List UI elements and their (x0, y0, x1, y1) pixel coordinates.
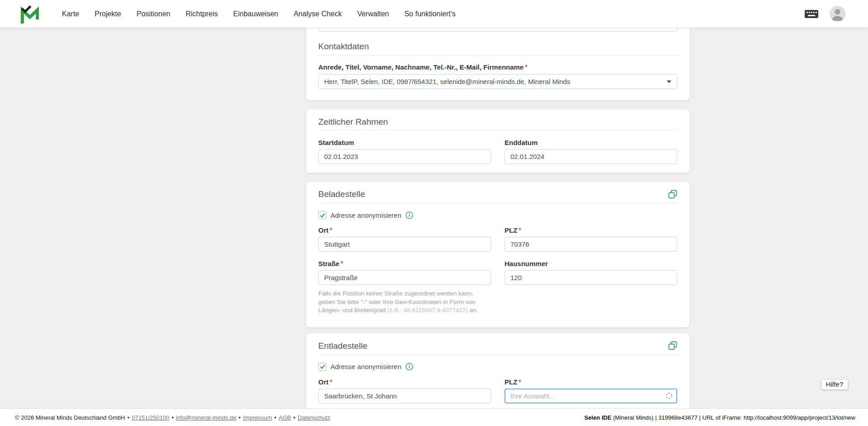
footer: © 2026 Mineral Minds Deutschland GmbH • … (0, 408, 868, 426)
checkmark-icon (320, 212, 326, 218)
section-title-entladestelle: Entladestelle (318, 341, 368, 351)
plz-autocomplete-input[interactable] (505, 389, 677, 403)
main-nav: Karte Projekte Positionen Richtpreis Ein… (62, 10, 456, 18)
anonymize-row: Adresse anonymisieren (318, 211, 677, 219)
anonymize-checkbox[interactable] (318, 211, 326, 219)
info-icon[interactable] (406, 211, 413, 219)
navbar-right (804, 6, 845, 22)
copy-icon[interactable] (668, 190, 677, 199)
person-select[interactable]: Herr, TitelP, Selen, IDE, 0987/654321, s… (318, 74, 677, 89)
nav-item-projekte[interactable]: Projekte (94, 10, 121, 18)
impressum-link[interactable]: Impressum (243, 414, 272, 421)
strasse-input[interactable] (318, 270, 491, 285)
required-asterisk: * (330, 378, 332, 385)
mineral-minds-logo[interactable] (20, 5, 39, 23)
ort-label: Ort* (318, 226, 491, 234)
field-hausnummer: Hausnummer (505, 260, 677, 285)
field-startdatum: Startdatum (318, 139, 491, 164)
field-plz: PLZ* (505, 378, 677, 403)
keyboard-icon[interactable] (804, 9, 819, 19)
anonymize-label: Adresse anonymisieren (330, 211, 401, 219)
enddatum-input[interactable] (505, 149, 677, 164)
card-beladestelle: Beladestelle Adresse anonymisieren (306, 182, 689, 328)
field-ort: Ort* (318, 378, 491, 403)
field-strasse: Straße* (318, 260, 491, 285)
anonymize-checkbox[interactable] (318, 363, 326, 371)
footer-left: © 2026 Mineral Minds Deutschland GmbH • … (15, 414, 330, 421)
nav-item-verwalten[interactable]: Verwalten (357, 10, 389, 18)
email-link[interactable]: info@mineral-minds.de (176, 414, 236, 421)
field-ort: Ort* (318, 226, 491, 252)
divider (318, 130, 677, 130)
required-asterisk: * (519, 226, 521, 234)
agb-link[interactable]: AGB (278, 414, 291, 421)
user-avatar[interactable] (830, 6, 845, 22)
plz-label: PLZ* (505, 226, 677, 234)
chevron-down-icon (667, 80, 671, 83)
nav-item-karte[interactable]: Karte (62, 10, 79, 18)
person-select-label: Anrede, Titel, Vorname, Nachname, Tel.-N… (318, 63, 677, 71)
plz-label: PLZ* (505, 378, 677, 386)
hausnummer-label: Hausnummer (505, 260, 677, 268)
anonymize-label: Adresse anonymisieren (330, 363, 401, 370)
divider (318, 55, 677, 56)
loading-spinner-icon (665, 392, 673, 399)
divider (318, 355, 677, 355)
session-user: Selen IDE (584, 414, 611, 421)
checkmark-icon (320, 364, 326, 370)
required-asterisk: * (330, 226, 332, 234)
startdatum-input[interactable] (318, 149, 491, 164)
copyright-text: © 2026 Mineral Minds Deutschland GmbH (15, 414, 125, 421)
required-asterisk: * (341, 260, 343, 267)
strasse-label: Straße* (318, 260, 491, 268)
card-zeitlicher-rahmen: Zeitlicher Rahmen Startdatum Enddatum (306, 109, 689, 173)
enddatum-label: Enddatum (505, 139, 677, 147)
field-plz: PLZ* (505, 226, 677, 252)
required-asterisk: * (519, 378, 521, 385)
section-title-kontaktdaten: Kontaktdaten (318, 41, 369, 51)
ort-input[interactable] (318, 237, 491, 252)
nav-item-positionen[interactable]: Positionen (137, 10, 170, 18)
ort-input[interactable] (318, 389, 491, 403)
person-select-value: Herr, TitelP, Selen, IDE, 0987/654321, s… (324, 78, 570, 85)
main-content: Kontaktdaten Anrede, Titel, Vorname, Nac… (306, 0, 689, 426)
copy-icon[interactable] (668, 341, 677, 350)
nav-item-einbauweisen[interactable]: Einbauweisen (233, 10, 278, 18)
field-enddatum: Enddatum (505, 139, 677, 164)
phone-link[interactable]: 07151/250100 (132, 414, 169, 421)
footer-session-info: Selen IDE (Mineral Minds) | 319968e43677… (584, 414, 855, 421)
info-icon[interactable] (406, 363, 413, 370)
section-title-zeitlicher-rahmen: Zeitlicher Rahmen (318, 117, 388, 127)
nav-item-so-funktionierts[interactable]: So funktioniert's (404, 10, 455, 18)
ort-label: Ort* (318, 378, 491, 386)
required-asterisk: * (525, 63, 527, 70)
startdatum-label: Startdatum (318, 139, 491, 147)
nav-item-richtpreis[interactable]: Richtpreis (186, 10, 218, 18)
strasse-hint: Falls die Position keiner Straße zugeord… (318, 290, 492, 315)
datenschutz-link[interactable]: Datenschutz (297, 414, 330, 421)
navbar: Karte Projekte Positionen Richtpreis Ein… (0, 0, 868, 28)
anonymize-row: Adresse anonymisieren (318, 363, 677, 371)
divider (318, 203, 677, 203)
session-details: (Mineral Minds) | 319968e43677 | URL of … (611, 414, 855, 421)
section-title-beladestelle: Beladestelle (318, 189, 365, 199)
plz-input[interactable] (505, 237, 677, 252)
help-button[interactable]: Hilfe? (821, 379, 848, 390)
hausnummer-input[interactable] (505, 270, 677, 285)
nav-item-analyse-check[interactable]: Analyse Check (293, 10, 342, 18)
